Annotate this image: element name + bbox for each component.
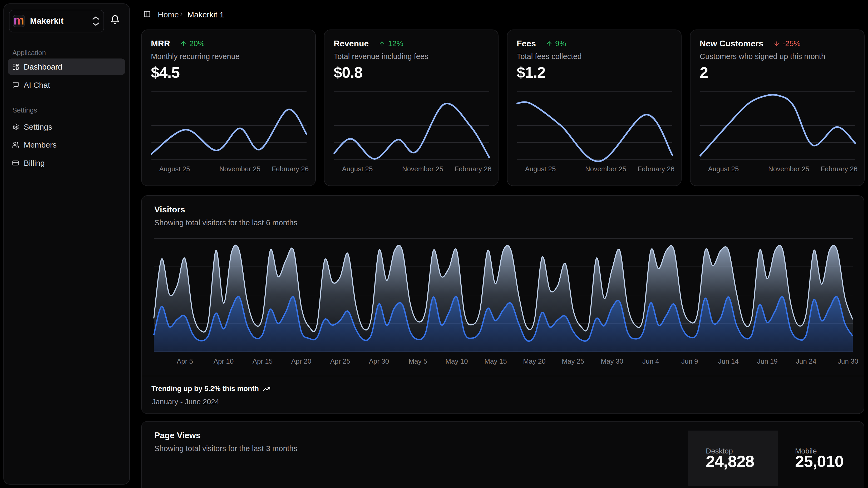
svg-text:February 26: February 26 <box>272 165 309 173</box>
svg-text:November 25: November 25 <box>402 165 443 173</box>
svg-text:Apr 25: Apr 25 <box>330 357 350 365</box>
svg-text:May 10: May 10 <box>445 357 468 365</box>
svg-text:November 25: November 25 <box>768 165 809 173</box>
svg-text:Jun 14: Jun 14 <box>718 357 739 365</box>
svg-text:Jun 9: Jun 9 <box>681 357 698 365</box>
svg-text:Jun 24: Jun 24 <box>796 357 816 365</box>
svg-text:Apr 30: Apr 30 <box>369 357 389 365</box>
svg-text:November 25: November 25 <box>219 165 260 173</box>
svg-text:February 26: February 26 <box>820 165 858 173</box>
svg-text:Jun 19: Jun 19 <box>757 357 778 365</box>
svg-text:Apr 15: Apr 15 <box>253 357 273 365</box>
svg-text:May 20: May 20 <box>523 357 546 365</box>
svg-text:August 25: August 25 <box>342 165 373 173</box>
svg-text:February 26: February 26 <box>638 165 675 173</box>
svg-text:May 30: May 30 <box>601 357 623 365</box>
svg-text:February 26: February 26 <box>455 165 491 173</box>
svg-text:May 25: May 25 <box>562 357 584 365</box>
svg-text:Apr 5: Apr 5 <box>177 357 193 365</box>
svg-text:May 15: May 15 <box>484 357 507 365</box>
svg-text:November 25: November 25 <box>585 165 626 173</box>
svg-text:Jun 4: Jun 4 <box>642 357 659 365</box>
svg-text:August 25: August 25 <box>708 165 739 173</box>
svg-text:August 25: August 25 <box>525 165 556 173</box>
svg-text:Apr 20: Apr 20 <box>291 357 312 365</box>
svg-text:Apr 10: Apr 10 <box>214 357 234 365</box>
svg-text:August 25: August 25 <box>159 165 190 173</box>
svg-text:Jun 30: Jun 30 <box>838 357 858 365</box>
svg-text:May 5: May 5 <box>409 357 427 365</box>
